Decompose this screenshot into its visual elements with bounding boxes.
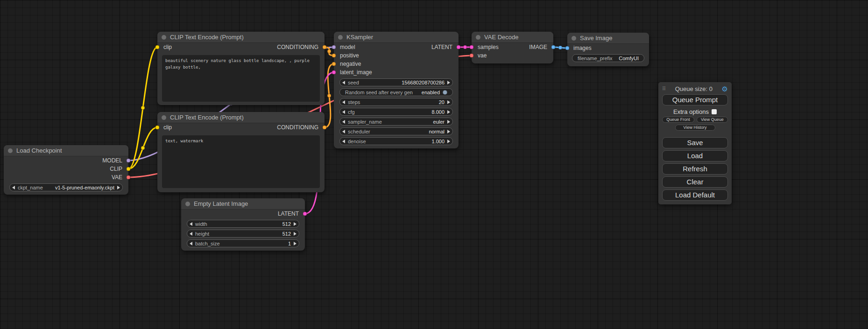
- output-slot-latent[interactable]: [457, 45, 461, 49]
- scheduler-widget[interactable]: scheduler normal: [339, 127, 453, 135]
- node-title-bar[interactable]: CLIP Text Encode (Prompt): [157, 112, 325, 123]
- node-clip-text-encode-negative[interactable]: CLIP Text Encode (Prompt) clip CONDITION…: [157, 112, 325, 192]
- increment-arrow-icon[interactable]: [447, 130, 450, 133]
- widget-value: enabled: [422, 90, 440, 95]
- slot-row: latent_image: [334, 68, 459, 77]
- output-label-vae: VAE: [112, 174, 122, 181]
- output-slot-model[interactable]: [127, 159, 131, 163]
- ckpt-name-widget[interactable]: ckpt_name v1-5-pruned-emaonly.ckpt: [9, 183, 123, 191]
- output-slot-conditioning[interactable]: [323, 45, 327, 49]
- input-slot-clip[interactable]: [155, 126, 160, 130]
- widget-value: normal: [429, 129, 445, 134]
- input-label-latent-image: latent_image: [340, 69, 372, 76]
- toggle-knob-icon[interactable]: [443, 90, 447, 95]
- output-slot-clip[interactable]: [127, 167, 131, 171]
- node-save-image[interactable]: Save Image images filename_prefix ComfyU…: [567, 33, 649, 66]
- increment-arrow-icon[interactable]: [447, 100, 450, 104]
- view-queue-button[interactable]: View Queue: [697, 117, 728, 123]
- output-slot-image[interactable]: [551, 45, 556, 49]
- width-widget[interactable]: width 512: [187, 220, 299, 228]
- save-button[interactable]: Save: [662, 137, 728, 148]
- input-slot-model[interactable]: [332, 45, 336, 49]
- output-slot-vae[interactable]: [127, 175, 131, 180]
- collapse-dot-icon[interactable]: [185, 202, 190, 206]
- input-label-samples: samples: [478, 44, 499, 50]
- queue-prompt-button[interactable]: Queue Prompt: [662, 94, 728, 105]
- node-title-bar[interactable]: VAE Decode: [472, 32, 553, 43]
- steps-widget[interactable]: steps 20: [339, 98, 453, 106]
- decrement-arrow-icon[interactable]: [190, 222, 192, 226]
- output-slot-latent[interactable]: [303, 212, 307, 216]
- collapse-dot-icon[interactable]: [8, 148, 13, 153]
- random-seed-toggle-widget[interactable]: Random seed after every gen enabled: [339, 88, 453, 96]
- collapse-dot-icon[interactable]: [572, 36, 576, 41]
- prompt-textarea[interactable]: text, watermark: [162, 135, 320, 188]
- widget-label: height: [195, 231, 209, 237]
- node-title: Empty Latent Image: [194, 200, 248, 207]
- queue-front-button[interactable]: Queue Front: [662, 117, 694, 123]
- widget-label: filename_prefix: [578, 56, 613, 61]
- node-title-bar[interactable]: Load Checkpoint: [4, 145, 128, 156]
- settings-gear-icon[interactable]: ⚙: [722, 85, 728, 92]
- increment-arrow-icon[interactable]: [117, 186, 120, 189]
- decrement-arrow-icon[interactable]: [342, 81, 345, 84]
- collapse-dot-icon[interactable]: [162, 35, 166, 40]
- increment-arrow-icon[interactable]: [294, 232, 296, 236]
- input-slot-images[interactable]: [565, 46, 570, 50]
- widget-value: 20: [439, 99, 445, 105]
- decrement-arrow-icon[interactable]: [190, 232, 192, 236]
- increment-arrow-icon[interactable]: [447, 140, 450, 143]
- filename-prefix-widget[interactable]: filename_prefix ComfyUI: [572, 54, 644, 62]
- increment-arrow-icon[interactable]: [294, 242, 296, 245]
- input-slot-latent-image[interactable]: [332, 70, 336, 75]
- increment-arrow-icon[interactable]: [294, 222, 296, 226]
- increment-arrow-icon[interactable]: [447, 81, 450, 84]
- node-title-bar[interactable]: Save Image: [567, 33, 649, 44]
- node-vae-decode[interactable]: VAE Decode samples IMAGE vae: [472, 32, 553, 63]
- input-slot-positive[interactable]: [332, 54, 336, 58]
- sampler-name-widget[interactable]: sampler_name euler: [339, 118, 453, 126]
- decrement-arrow-icon[interactable]: [342, 120, 345, 124]
- node-title-bar[interactable]: CLIP Text Encode (Prompt): [157, 32, 325, 43]
- node-ksampler[interactable]: KSampler model LATENT positive negative …: [334, 32, 459, 148]
- view-history-button[interactable]: View History: [675, 125, 715, 131]
- decrement-arrow-icon[interactable]: [190, 242, 192, 245]
- clear-button[interactable]: Clear: [662, 176, 728, 188]
- node-load-checkpoint[interactable]: Load Checkpoint MODEL CLIP VAE ckpt_name…: [4, 145, 128, 195]
- node-empty-latent-image[interactable]: Empty Latent Image LATENT width 512 heig…: [181, 198, 305, 251]
- collapse-dot-icon[interactable]: [338, 35, 343, 40]
- collapse-dot-icon[interactable]: [162, 115, 166, 120]
- node-title-bar[interactable]: Empty Latent Image: [181, 198, 305, 210]
- decrement-arrow-icon[interactable]: [342, 110, 345, 114]
- load-button[interactable]: Load: [662, 150, 728, 161]
- height-widget[interactable]: height 512: [187, 230, 299, 238]
- input-slot-vae[interactable]: [470, 54, 474, 58]
- decrement-arrow-icon[interactable]: [342, 100, 345, 104]
- node-clip-text-encode-positive[interactable]: CLIP Text Encode (Prompt) clip CONDITION…: [157, 32, 325, 105]
- seed-widget[interactable]: seed 156680208700286: [339, 78, 453, 86]
- cfg-widget[interactable]: cfg 8.000: [339, 108, 453, 116]
- input-label-positive: positive: [340, 52, 359, 59]
- output-slot-conditioning[interactable]: [323, 126, 327, 130]
- decrement-arrow-icon[interactable]: [12, 186, 15, 189]
- node-title-bar[interactable]: KSampler: [334, 32, 459, 43]
- denoise-widget[interactable]: denoise 1.000: [339, 137, 453, 145]
- input-label-clip: clip: [163, 124, 172, 131]
- refresh-button[interactable]: Refresh: [662, 163, 728, 175]
- input-slot-negative[interactable]: [332, 62, 336, 66]
- batch-size-widget[interactable]: batch_size 1: [187, 239, 299, 247]
- load-default-button[interactable]: Load Default: [662, 189, 728, 201]
- collapse-dot-icon[interactable]: [476, 35, 480, 40]
- increment-arrow-icon[interactable]: [447, 110, 450, 114]
- output-label-conditioning: CONDITIONING: [277, 44, 318, 50]
- slot-row: model LATENT: [334, 43, 459, 51]
- increment-arrow-icon[interactable]: [447, 120, 450, 124]
- input-slot-samples[interactable]: [470, 45, 474, 49]
- drag-handle-icon[interactable]: ⠿: [662, 86, 666, 92]
- prompt-textarea[interactable]: beautiful scenery nature glass bottle la…: [162, 55, 320, 102]
- widget-label: denoise: [348, 139, 366, 144]
- decrement-arrow-icon[interactable]: [342, 130, 345, 133]
- decrement-arrow-icon[interactable]: [342, 140, 345, 143]
- extra-options-checkbox[interactable]: [712, 109, 717, 114]
- input-slot-clip[interactable]: [155, 45, 160, 49]
